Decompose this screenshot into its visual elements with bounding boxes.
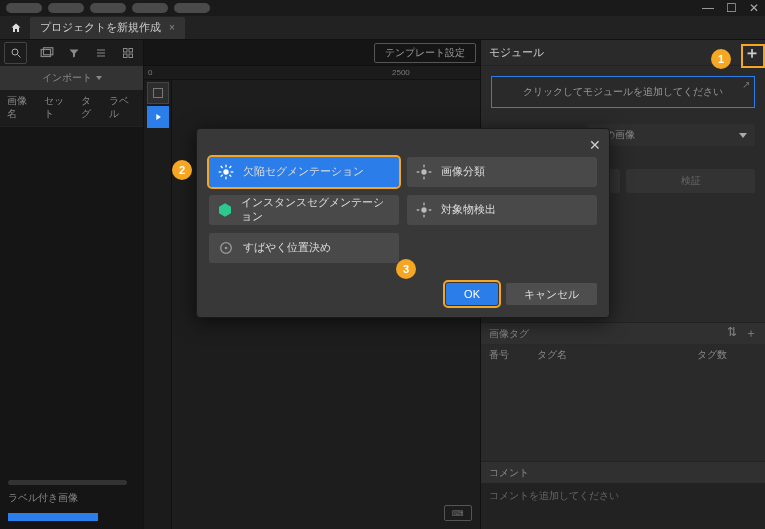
module-extra-button[interactable] xyxy=(491,199,527,221)
thumb-strip xyxy=(144,80,172,529)
add-tag-button[interactable]: ＋ xyxy=(745,325,757,342)
grid-icon[interactable] xyxy=(116,42,139,64)
ruler-tick: 0 xyxy=(148,68,152,77)
col-count: タグ数 xyxy=(697,348,757,362)
verify-button[interactable]: 検証 xyxy=(626,169,755,193)
chevron-down-icon xyxy=(739,133,747,138)
zoom-percentage: 100 % xyxy=(491,152,755,163)
template-settings-button[interactable]: テンプレート設定 xyxy=(374,43,476,63)
add-module-hint-label: クリックしてモジュールを追加してください xyxy=(523,85,723,99)
keyboard-icon[interactable]: ⌨ xyxy=(444,505,472,521)
module-settings: 元の画像 100 % トレーニング 検証 xyxy=(481,118,765,227)
comment-input[interactable]: コメントを追加してください xyxy=(481,483,765,529)
labeled-images-progress xyxy=(8,513,98,521)
chevron-down-icon xyxy=(96,76,102,80)
thumbnail[interactable] xyxy=(147,82,169,104)
import-button[interactable]: インポート xyxy=(0,66,143,90)
tag-table-header: 番号 タグ名 タグ数 xyxy=(481,344,765,366)
left-toolbar xyxy=(0,40,143,66)
filter-icon[interactable] xyxy=(62,42,85,64)
right-panel: モジュール ＋ クリックしてモジュールを追加してください ↗ 元の画像 100 … xyxy=(480,40,765,529)
expand-icon: ↗ xyxy=(742,79,750,90)
window-close-button[interactable]: ✕ xyxy=(749,1,759,15)
source-dropdown-value: 元の画像 xyxy=(595,128,635,142)
tab-pill xyxy=(6,3,42,13)
right-header: モジュール ＋ xyxy=(481,40,765,66)
svg-rect-8 xyxy=(153,89,162,98)
center-split: ⌨ xyxy=(144,80,480,529)
scrollbar-horizontal[interactable] xyxy=(8,480,127,485)
canvas[interactable]: ⌨ xyxy=(172,80,480,529)
section-label: 画像タグ xyxy=(489,327,529,341)
svg-rect-6 xyxy=(123,54,127,58)
center-panel: テンプレート設定 0 2500 ⌨ xyxy=(144,40,480,529)
center-toolbar: テンプレート設定 xyxy=(144,40,480,66)
svg-rect-7 xyxy=(129,54,133,58)
filter-tabs: 画像名 セット タグ ラベル xyxy=(0,90,143,127)
col-no: 番号 xyxy=(489,348,529,362)
section-header-comment: コメント xyxy=(481,461,765,483)
labeled-images-caption: ラベル付き画像 xyxy=(8,491,78,505)
add-module-button[interactable]: ＋ xyxy=(739,40,765,66)
svg-rect-3 xyxy=(43,48,52,55)
ruler-tick: 2500 xyxy=(392,68,410,77)
image-list-body: ラベル付き画像 xyxy=(0,127,143,529)
svg-rect-2 xyxy=(41,50,50,57)
tab-pill xyxy=(132,3,168,13)
section-header-tags: 画像タグ ⇅ ＋ xyxy=(481,322,765,344)
comment-placeholder: コメントを追加してください xyxy=(489,490,619,501)
home-icon[interactable] xyxy=(4,16,28,40)
tab-close-icon[interactable]: × xyxy=(169,22,175,33)
tag-table-body xyxy=(481,366,765,461)
filter-tab[interactable]: セット xyxy=(40,93,75,123)
filter-tab[interactable]: タグ xyxy=(77,93,103,123)
list-icon[interactable] xyxy=(89,42,112,64)
titlebar: — ☐ ✕ xyxy=(0,0,765,16)
chevron-down-icon xyxy=(505,208,513,213)
app-root: — ☐ ✕ プロジェクトを新規作成 × xyxy=(0,0,765,529)
tab-project[interactable]: プロジェクトを新規作成 × xyxy=(30,17,185,39)
svg-rect-4 xyxy=(123,49,127,53)
source-dropdown[interactable]: 元の画像 xyxy=(587,124,755,146)
tab-pill xyxy=(174,3,210,13)
window-maximize-button[interactable]: ☐ xyxy=(726,1,737,15)
main-area: インポート 画像名 セット タグ ラベル ラベル付き画像 テンプレート設定 xyxy=(0,40,765,529)
images-icon[interactable] xyxy=(35,42,58,64)
import-label: インポート xyxy=(42,71,92,85)
filter-tab[interactable]: ラベル xyxy=(105,93,140,123)
tab-pill xyxy=(48,3,84,13)
thumbnail-selected[interactable] xyxy=(147,106,169,128)
ruler-horizontal: 0 2500 xyxy=(144,66,480,80)
section-label: コメント xyxy=(489,466,529,480)
left-sidebar: インポート 画像名 セット タグ ラベル ラベル付き画像 xyxy=(0,40,144,529)
right-spacer xyxy=(481,227,765,322)
svg-rect-5 xyxy=(129,49,133,53)
svg-line-1 xyxy=(17,55,20,58)
filter-tab[interactable]: 画像名 xyxy=(3,93,38,123)
tab-label: プロジェクトを新規作成 xyxy=(40,21,161,35)
search-button[interactable] xyxy=(4,42,27,64)
right-header-label: モジュール xyxy=(489,45,544,60)
add-module-hint[interactable]: クリックしてモジュールを追加してください ↗ xyxy=(491,76,755,108)
window-minimize-button[interactable]: — xyxy=(702,1,714,15)
svg-point-0 xyxy=(12,49,18,55)
col-name: タグ名 xyxy=(537,348,689,362)
tab-strip: プロジェクトを新規作成 × xyxy=(0,16,765,40)
training-button[interactable]: トレーニング xyxy=(491,169,620,193)
tab-pill xyxy=(90,3,126,13)
filter-icon[interactable]: ⇅ xyxy=(727,325,737,342)
